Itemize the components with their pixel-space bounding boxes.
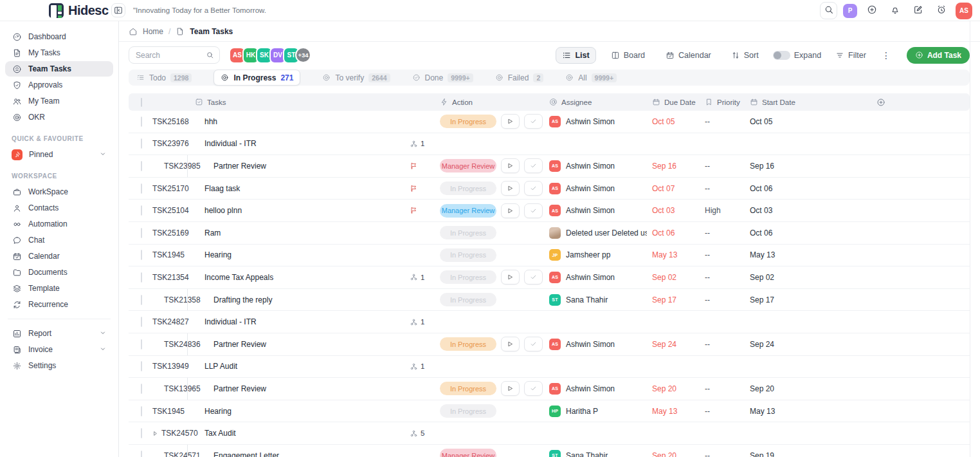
sidebar-item-contacts[interactable]: Contacts (5, 200, 113, 216)
row-checkbox[interactable] (141, 272, 142, 283)
table-row[interactable]: TSK25170Flaag taskIn ProgressASAshwin Si… (129, 178, 970, 200)
sidebar-item-workspace[interactable]: WorkSpace (5, 184, 113, 200)
sort-button[interactable]: Sort (731, 51, 759, 60)
complete-button[interactable] (524, 270, 543, 284)
table-row[interactable]: TSK13965Partner ReviewIn ProgressASAshwi… (129, 378, 970, 400)
table-row[interactable]: TSK23976Individual - ITR1 (129, 133, 970, 156)
chevron-down-icon[interactable] (99, 150, 107, 160)
sidebar-item-okr[interactable]: OKR (5, 109, 113, 125)
sidebar-item-pinned[interactable]: Pinned (5, 147, 113, 162)
column-action[interactable]: Action (440, 98, 545, 106)
sidebar-item-approvals[interactable]: Approvals (5, 77, 113, 93)
complete-button[interactable] (524, 203, 543, 218)
chevron-down-icon[interactable] (99, 345, 107, 355)
table-row[interactable]: TSK25168hhhIn ProgressASAshwin SimonOct … (129, 111, 970, 133)
sidebar-item-dashboard[interactable]: Dashboard (5, 29, 113, 44)
sidebar-item-report[interactable]: Report (5, 326, 113, 341)
status-tab-failed[interactable]: Failed2 (495, 73, 544, 82)
sidebar-item-calendar[interactable]: Calendar (5, 248, 113, 264)
table-row[interactable]: TSK24571Engagement LetterManager ReviewS… (129, 445, 970, 457)
status-badge[interactable]: In Progress (440, 337, 496, 351)
table-row[interactable]: TSK24827Individual - ITR1 (129, 311, 970, 333)
global-search-button[interactable] (820, 2, 837, 19)
row-checkbox[interactable] (141, 250, 142, 260)
avatar-overflow-count[interactable]: +34 (295, 47, 311, 63)
row-checkbox[interactable] (141, 428, 142, 438)
row-checkbox[interactable] (141, 339, 142, 350)
status-tab-to-verify[interactable]: To verify2644 (322, 73, 390, 82)
play-button[interactable] (501, 270, 520, 284)
status-tab-done[interactable]: Done9999+ (412, 73, 473, 82)
column-assignee[interactable]: Assignee (545, 98, 647, 106)
select-all-checkbox[interactable] (141, 98, 142, 107)
table-row[interactable]: TSK24570Tax Audit5 (129, 422, 970, 445)
row-checkbox[interactable] (141, 161, 142, 171)
add-task-button[interactable]: Add Task (907, 47, 970, 64)
status-badge[interactable]: In Progress (440, 248, 496, 262)
workspace-avatar[interactable]: P (843, 4, 857, 18)
sidebar-item-my-tasks[interactable]: My Tasks (5, 45, 113, 61)
column-start-date[interactable]: Start Date (745, 98, 830, 106)
complete-button[interactable] (524, 181, 543, 196)
complete-button[interactable] (524, 158, 543, 173)
user-avatar[interactable]: AS (956, 3, 972, 19)
row-checkbox[interactable] (141, 205, 142, 216)
sidebar-item-automation[interactable]: Automation (5, 216, 113, 232)
row-checkbox[interactable] (141, 117, 142, 127)
status-badge[interactable]: In Progress (440, 226, 496, 239)
status-badge[interactable]: In Progress (440, 182, 496, 195)
view-board-button[interactable]: Board (605, 47, 651, 64)
column-tasks[interactable]: Tasks (195, 98, 405, 106)
play-button[interactable] (501, 203, 520, 218)
search-input[interactable] (136, 51, 202, 60)
play-button[interactable] (501, 158, 520, 173)
more-options-icon[interactable]: ⋮ (880, 50, 893, 61)
sidebar-item-my-team[interactable]: My Team (5, 93, 113, 109)
sidebar-collapse-icon[interactable] (111, 3, 125, 17)
table-row[interactable]: TSK1945HearingIn ProgressHPHaritha PMay … (129, 400, 970, 423)
table-row[interactable]: TSK13949LLP Audit1 (129, 356, 970, 378)
status-badge[interactable]: Manager Review (440, 449, 496, 457)
row-checkbox[interactable] (141, 138, 142, 149)
row-checkbox[interactable] (141, 384, 142, 394)
row-checkbox[interactable] (141, 228, 142, 238)
add-column-icon[interactable] (876, 98, 970, 107)
expand-toggle[interactable]: Expand (773, 51, 821, 60)
status-badge[interactable]: In Progress (440, 293, 496, 306)
table-row[interactable]: TSK1945HearingIn ProgressJPJamsheer ppMa… (129, 245, 970, 267)
table-row[interactable]: TSK21354Income Tax Appeals1In ProgressAS… (129, 266, 970, 289)
status-tab-all[interactable]: All9999+ (565, 73, 617, 82)
table-row[interactable]: TSK25104helloo plnnManager ReviewASAshwi… (129, 200, 970, 222)
status-badge[interactable]: In Progress (440, 404, 496, 418)
status-tab-todo[interactable]: Todo1298 (136, 73, 192, 82)
row-checkbox[interactable] (141, 361, 142, 371)
row-checkbox[interactable] (141, 183, 142, 194)
sidebar-item-documents[interactable]: Documents (5, 265, 113, 280)
reminders-button[interactable] (932, 2, 950, 19)
sidebar-item-recurrence[interactable]: Recurrence (5, 297, 113, 312)
expand-toggle-track[interactable] (773, 51, 790, 60)
status-badge[interactable]: In Progress (440, 270, 496, 284)
notifications-button[interactable] (886, 2, 903, 19)
table-row[interactable]: TSK21358Drafting the replyIn ProgressSTS… (129, 289, 970, 312)
play-button[interactable] (501, 381, 520, 396)
table-row[interactable]: TSK25169RamIn ProgressDeleted user Delet… (129, 222, 970, 245)
expand-caret-icon[interactable] (152, 431, 158, 436)
status-badge[interactable]: In Progress (440, 382, 496, 395)
play-button[interactable] (501, 181, 520, 196)
sidebar-item-template[interactable]: Template (5, 281, 113, 296)
complete-button[interactable] (524, 381, 543, 396)
quick-add-button[interactable] (863, 2, 880, 19)
view-list-button[interactable]: List (556, 47, 595, 64)
breadcrumb-home-link[interactable]: Home (143, 27, 163, 36)
status-badge[interactable]: Manager Review (440, 204, 496, 218)
column-due-date[interactable]: Due Date (647, 98, 700, 106)
filter-button[interactable]: Filter (835, 51, 866, 60)
play-button[interactable] (501, 114, 520, 129)
compose-button[interactable] (909, 2, 927, 19)
view-calendar-button[interactable]: Calendar (660, 47, 717, 64)
sidebar-item-team-tasks[interactable]: Team Tasks (5, 61, 113, 77)
sidebar-item-chat[interactable]: Chat (5, 232, 113, 248)
table-row[interactable]: TSK23985Partner ReviewManager ReviewASAs… (129, 155, 970, 178)
play-button[interactable] (501, 337, 520, 351)
